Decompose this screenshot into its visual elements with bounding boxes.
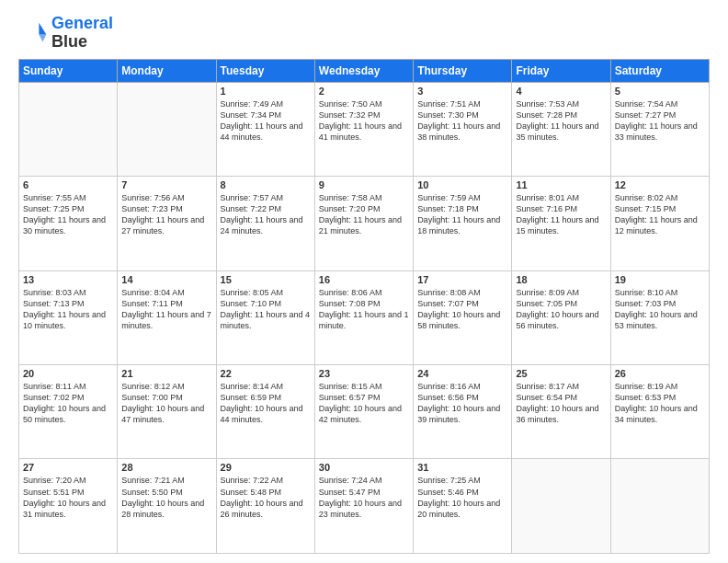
day-number: 2: [319, 86, 409, 97]
cell-info: Sunrise: 8:12 AMSunset: 7:00 PMDaylight:…: [121, 381, 211, 426]
calendar-cell: 1Sunrise: 7:49 AMSunset: 7:34 PMDaylight…: [216, 82, 314, 176]
day-number: 18: [516, 274, 606, 285]
calendar-cell: 28Sunrise: 7:21 AMSunset: 5:50 PMDayligh…: [118, 459, 216, 554]
cell-info: Sunrise: 7:56 AMSunset: 7:23 PMDaylight:…: [121, 192, 211, 237]
cell-info: Sunrise: 7:21 AMSunset: 5:50 PMDaylight:…: [121, 475, 211, 520]
cell-info: Sunrise: 7:50 AMSunset: 7:32 PMDaylight:…: [319, 98, 409, 144]
calendar-cell: 23Sunrise: 8:15 AMSunset: 6:57 PMDayligh…: [314, 365, 413, 459]
cell-info: Sunrise: 8:14 AMSunset: 6:59 PMDaylight:…: [221, 381, 311, 426]
weekday-header-thursday: Thursday: [414, 59, 512, 82]
calendar-cell: 21Sunrise: 8:12 AMSunset: 7:00 PMDayligh…: [118, 365, 216, 459]
calendar-cell: 7Sunrise: 7:56 AMSunset: 7:23 PMDaylight…: [118, 177, 216, 270]
day-number: 15: [221, 274, 311, 285]
calendar-cell: 2Sunrise: 7:50 AMSunset: 7:32 PMDaylight…: [314, 82, 413, 176]
cell-info: Sunrise: 7:59 AMSunset: 7:18 PMDaylight:…: [417, 192, 507, 237]
day-number: 16: [319, 274, 409, 285]
weekday-header-friday: Friday: [512, 59, 610, 82]
calendar-cell: 30Sunrise: 7:24 AMSunset: 5:47 PMDayligh…: [314, 459, 413, 554]
day-number: 30: [319, 462, 409, 473]
cell-info: Sunrise: 8:17 AMSunset: 6:54 PMDaylight:…: [516, 381, 606, 426]
calendar-cell: 24Sunrise: 8:16 AMSunset: 6:56 PMDayligh…: [414, 365, 512, 459]
calendar-cell: 18Sunrise: 8:09 AMSunset: 7:05 PMDayligh…: [512, 270, 610, 364]
calendar-cell: 26Sunrise: 8:19 AMSunset: 6:53 PMDayligh…: [610, 365, 709, 459]
week-row-2: 13Sunrise: 8:03 AMSunset: 7:13 PMDayligh…: [19, 270, 710, 364]
logo-icon: [18, 18, 48, 48]
calendar-cell: 15Sunrise: 8:05 AMSunset: 7:10 PMDayligh…: [216, 270, 314, 364]
logo-text: General Blue: [51, 15, 113, 52]
day-number: 8: [221, 179, 311, 190]
cell-info: Sunrise: 8:08 AMSunset: 7:07 PMDaylight:…: [417, 287, 507, 332]
calendar-cell: 22Sunrise: 8:14 AMSunset: 6:59 PMDayligh…: [216, 365, 314, 459]
day-number: 4: [516, 86, 606, 97]
weekday-header-row: SundayMondayTuesdayWednesdayThursdayFrid…: [19, 59, 710, 82]
cell-info: Sunrise: 8:03 AMSunset: 7:13 PMDaylight:…: [23, 287, 113, 332]
day-number: 3: [417, 86, 507, 97]
cell-info: Sunrise: 8:02 AMSunset: 7:15 PMDaylight:…: [615, 192, 705, 237]
calendar-cell: 29Sunrise: 7:22 AMSunset: 5:48 PMDayligh…: [216, 459, 314, 554]
calendar-cell: 8Sunrise: 7:57 AMSunset: 7:22 PMDaylight…: [216, 177, 314, 270]
day-number: 24: [417, 368, 507, 379]
weekday-header-saturday: Saturday: [610, 59, 709, 82]
cell-info: Sunrise: 7:20 AMSunset: 5:51 PMDaylight:…: [23, 475, 113, 520]
day-number: 27: [23, 462, 113, 473]
calendar-cell: 19Sunrise: 8:10 AMSunset: 7:03 PMDayligh…: [610, 270, 709, 364]
calendar-table: SundayMondayTuesdayWednesdayThursdayFrid…: [18, 59, 710, 554]
header: General Blue: [18, 15, 710, 52]
day-number: 17: [417, 274, 507, 285]
cell-info: Sunrise: 7:51 AMSunset: 7:30 PMDaylight:…: [417, 98, 507, 144]
weekday-header-wednesday: Wednesday: [314, 59, 413, 82]
cell-info: Sunrise: 7:25 AMSunset: 5:46 PMDaylight:…: [417, 475, 507, 520]
day-number: 28: [121, 462, 211, 473]
day-number: 29: [221, 462, 311, 473]
cell-info: Sunrise: 7:55 AMSunset: 7:25 PMDaylight:…: [23, 192, 113, 237]
calendar-cell: 5Sunrise: 7:54 AMSunset: 7:27 PMDaylight…: [610, 82, 709, 176]
day-number: 13: [23, 274, 113, 285]
cell-info: Sunrise: 7:53 AMSunset: 7:28 PMDaylight:…: [516, 98, 606, 144]
svg-marker-1: [39, 34, 46, 41]
day-number: 11: [516, 179, 606, 190]
calendar-cell: [610, 459, 709, 554]
cell-info: Sunrise: 7:57 AMSunset: 7:22 PMDaylight:…: [221, 192, 311, 237]
day-number: 25: [516, 368, 606, 379]
day-number: 10: [417, 179, 507, 190]
calendar-cell: 16Sunrise: 8:06 AMSunset: 7:08 PMDayligh…: [314, 270, 413, 364]
weekday-header-sunday: Sunday: [19, 59, 118, 82]
day-number: 5: [615, 86, 705, 97]
day-number: 31: [417, 462, 507, 473]
cell-info: Sunrise: 7:24 AMSunset: 5:47 PMDaylight:…: [319, 475, 409, 520]
cell-info: Sunrise: 8:11 AMSunset: 7:02 PMDaylight:…: [23, 381, 113, 426]
cell-info: Sunrise: 8:16 AMSunset: 6:56 PMDaylight:…: [417, 381, 507, 426]
day-number: 22: [221, 368, 311, 379]
cell-info: Sunrise: 8:01 AMSunset: 7:16 PMDaylight:…: [516, 192, 606, 237]
cell-info: Sunrise: 8:15 AMSunset: 6:57 PMDaylight:…: [319, 381, 409, 426]
cell-info: Sunrise: 7:49 AMSunset: 7:34 PMDaylight:…: [221, 98, 311, 144]
day-number: 9: [319, 179, 409, 190]
calendar-cell: 25Sunrise: 8:17 AMSunset: 6:54 PMDayligh…: [512, 365, 610, 459]
day-number: 12: [615, 179, 705, 190]
calendar-cell: 6Sunrise: 7:55 AMSunset: 7:25 PMDaylight…: [19, 177, 118, 270]
calendar-cell: 13Sunrise: 8:03 AMSunset: 7:13 PMDayligh…: [19, 270, 118, 364]
day-number: 1: [221, 86, 311, 97]
cell-info: Sunrise: 8:06 AMSunset: 7:08 PMDaylight:…: [319, 287, 409, 332]
weekday-header-monday: Monday: [118, 59, 216, 82]
day-number: 19: [615, 274, 705, 285]
weekday-header-tuesday: Tuesday: [216, 59, 314, 82]
cell-info: Sunrise: 8:10 AMSunset: 7:03 PMDaylight:…: [615, 287, 705, 332]
day-number: 21: [121, 368, 211, 379]
day-number: 14: [121, 274, 211, 285]
calendar-cell: 14Sunrise: 8:04 AMSunset: 7:11 PMDayligh…: [118, 270, 216, 364]
calendar-cell: 3Sunrise: 7:51 AMSunset: 7:30 PMDaylight…: [414, 82, 512, 176]
calendar-cell: 4Sunrise: 7:53 AMSunset: 7:28 PMDaylight…: [512, 82, 610, 176]
week-row-1: 6Sunrise: 7:55 AMSunset: 7:25 PMDaylight…: [19, 177, 710, 270]
week-row-4: 27Sunrise: 7:20 AMSunset: 5:51 PMDayligh…: [19, 459, 710, 554]
calendar-cell: 9Sunrise: 7:58 AMSunset: 7:20 PMDaylight…: [314, 177, 413, 270]
calendar-cell: 17Sunrise: 8:08 AMSunset: 7:07 PMDayligh…: [414, 270, 512, 364]
calendar-cell: 10Sunrise: 7:59 AMSunset: 7:18 PMDayligh…: [414, 177, 512, 270]
cell-info: Sunrise: 8:05 AMSunset: 7:10 PMDaylight:…: [221, 287, 311, 332]
calendar-cell: 20Sunrise: 8:11 AMSunset: 7:02 PMDayligh…: [19, 365, 118, 459]
day-number: 7: [121, 179, 211, 190]
week-row-3: 20Sunrise: 8:11 AMSunset: 7:02 PMDayligh…: [19, 365, 710, 459]
calendar-cell: 27Sunrise: 7:20 AMSunset: 5:51 PMDayligh…: [19, 459, 118, 554]
calendar-cell: 12Sunrise: 8:02 AMSunset: 7:15 PMDayligh…: [610, 177, 709, 270]
cell-info: Sunrise: 7:58 AMSunset: 7:20 PMDaylight:…: [319, 192, 409, 237]
